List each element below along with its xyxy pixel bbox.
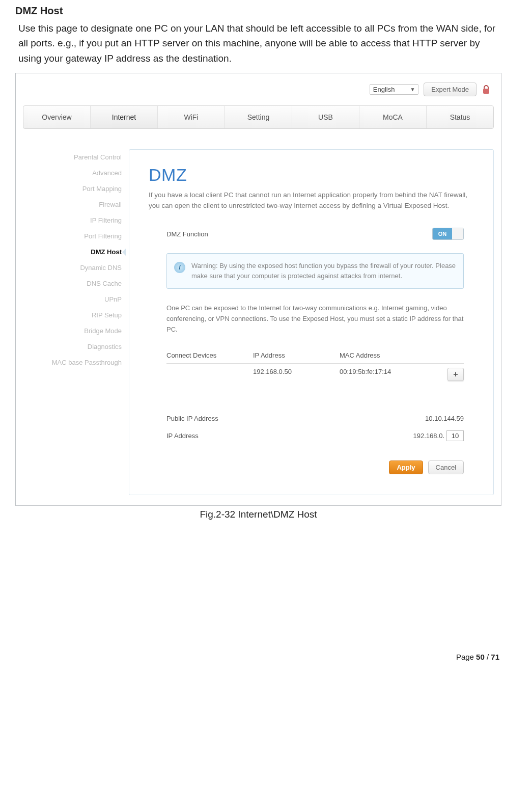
warning-box: i Warning: By using the exposed host fun… [166,253,464,289]
ip-address-label: IP Address [166,432,199,440]
language-value: English [373,86,395,93]
side-navigation: Parental Control Advanced Port Mapping F… [23,149,129,370]
tab-overview[interactable]: Overview [23,106,91,128]
tab-setting[interactable]: Setting [225,106,292,128]
section-intro: Use this page to designate one PC on you… [18,21,501,66]
main-tabs: Overview Internet WiFi Setting USB MoCA … [23,105,494,129]
dropdown-icon: ▼ [410,87,415,92]
devices-table: Connect Devices IP Address MAC Address 1… [166,347,464,385]
td-mac-address: 00:19:5b:fe:17:14 [340,368,443,381]
lock-icon[interactable] [482,85,491,95]
page-current: 50 [476,653,485,661]
panel-title: DMZ [149,165,474,185]
cancel-button[interactable]: Cancel [428,461,464,474]
public-ip-label: Public IP Address [166,415,218,422]
tab-wifi[interactable]: WiFi [158,106,225,128]
figure-caption: Fig.2-32 Internet\DMZ Host [15,509,501,520]
panel-intro: If you have a local client PC that canno… [149,190,474,211]
ip-prefix: 192.168.0. [413,432,444,440]
tab-internet[interactable]: Internet [91,106,158,128]
toggle-on-label: ON [433,228,452,239]
info-icon: i [174,262,185,273]
exposed-host-description: One PC can be exposed to the Internet fo… [166,303,464,335]
public-ip-value: 10.10.144.59 [425,415,464,422]
tab-status[interactable]: Status [427,106,493,128]
page-sep: / [485,653,491,661]
sidenav-mac-passthrough[interactable]: MAC base Passthrough [23,355,122,370]
sidenav-dmz-host-label: DMZ Host [91,248,122,256]
dmz-function-label: DMZ Function [166,230,208,238]
dmz-function-toggle[interactable]: ON [432,228,464,240]
sidenav-diagnostics[interactable]: Diagnostics [23,339,122,355]
language-select[interactable]: English ▼ [370,84,419,95]
sidenav-bridge-mode[interactable]: Bridge Mode [23,323,122,339]
expert-mode-button[interactable]: Expert Mode [424,83,477,96]
add-device-button[interactable]: + [447,368,464,381]
sidenav-parental-control[interactable]: Parental Control [23,149,122,165]
sidenav-dns-cache[interactable]: DNS Cache [23,276,122,291]
table-row: 192.168.0.50 00:19:5b:fe:17:14 + [166,364,464,385]
th-connect-devices: Connect Devices [166,351,253,359]
page-label: Page [456,653,476,661]
router-ui-screenshot: English ▼ Expert Mode Overview Internet … [15,73,501,506]
sidenav-port-mapping[interactable]: Port Mapping [23,181,122,197]
sidenav-port-filtering[interactable]: Port Filtering [23,228,122,244]
svg-rect-0 [483,89,489,94]
ip-last-octet-input[interactable]: 10 [446,430,464,441]
expert-mode-label: Expert Mode [431,86,469,93]
th-ip-address: IP Address [253,351,340,359]
td-ip-address: 192.168.0.50 [253,368,340,381]
tab-moca[interactable]: MoCA [359,106,427,128]
td-connect-devices [166,368,253,381]
th-mac-address: MAC Address [340,351,443,359]
sidenav-dmz-host[interactable]: DMZ Host [23,244,122,260]
page-footer: Page 50 / 71 [15,653,501,661]
toggle-thumb [452,228,463,239]
sidenav-dynamic-dns[interactable]: Dynamic DNS [23,260,122,276]
active-indicator-icon [122,248,126,256]
table-header: Connect Devices IP Address MAC Address [166,347,464,364]
sidenav-rip-setup[interactable]: RIP Setup [23,307,122,323]
sidenav-advanced[interactable]: Advanced [23,165,122,181]
page-total: 71 [491,653,499,661]
tab-usb[interactable]: USB [292,106,359,128]
warning-text: Warning: By using the exposed host funct… [191,261,456,281]
sidenav-upnp[interactable]: UPnP [23,291,122,307]
sidenav-ip-filtering[interactable]: IP Filtering [23,212,122,228]
section-title: DMZ Host [15,5,501,17]
apply-button[interactable]: Apply [389,461,423,474]
topbar: English ▼ Expert Mode [23,80,494,105]
sidenav-firewall[interactable]: Firewall [23,197,122,212]
dmz-panel: DMZ If you have a local client PC that c… [129,149,494,495]
